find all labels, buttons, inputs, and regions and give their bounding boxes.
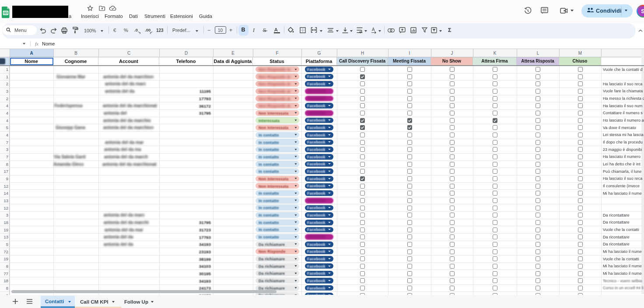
- svg-text:A: A: [372, 27, 375, 32]
